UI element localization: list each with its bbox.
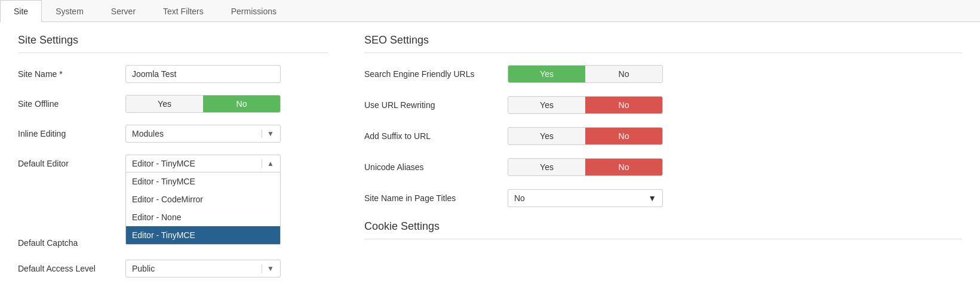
site-name-page-titles-select[interactable]: No ▼: [508, 189, 663, 207]
uur-no-btn[interactable]: No: [585, 97, 662, 113]
seo-settings-title: SEO Settings: [364, 34, 962, 53]
default-editor-value: Editor - TinyMCE: [132, 159, 195, 168]
inline-editing-control: Modules ▼: [125, 125, 328, 143]
site-name-page-titles-arrow: ▼: [648, 193, 656, 203]
default-access-level-control: Public ▼: [125, 260, 328, 278]
site-name-in-page-titles-label: Site Name in Page Titles: [364, 193, 496, 203]
seo-settings-panel: SEO Settings Search Engine Friendly URLs…: [364, 34, 962, 289]
tab-text-filters[interactable]: Text Filters: [149, 0, 217, 22]
ua-no-btn[interactable]: No: [585, 159, 662, 175]
default-editor-select-wrapper: Editor - TinyMCE ▲ Editor - TinyMCE Edit…: [125, 155, 281, 172]
site-settings-panel: Site Settings Site Name * Site Offline Y…: [18, 34, 328, 289]
site-name-page-titles-wrapper: No ▼: [508, 189, 663, 207]
site-name-label: Site Name *: [18, 69, 113, 79]
tab-site[interactable]: Site: [0, 0, 42, 22]
inline-editing-select-wrapper: Modules ▼: [125, 125, 281, 143]
unicode-aliases-control: Yes No: [508, 158, 962, 176]
default-access-level-value: Public: [132, 264, 155, 273]
add-suffix-toggle: Yes No: [508, 127, 663, 145]
default-access-level-label: Default Access Level: [18, 264, 113, 273]
unicode-aliases-label: Unicode Aliases: [364, 162, 496, 172]
default-editor-row: Default Editor Editor - TinyMCE ▲ Editor…: [18, 155, 328, 172]
default-editor-arrow: ▲: [262, 159, 274, 168]
search-engine-friendly-toggle: Yes No: [508, 65, 663, 83]
ast-yes-btn[interactable]: Yes: [508, 128, 585, 144]
sef-no-btn[interactable]: No: [585, 66, 662, 82]
uur-yes-btn[interactable]: Yes: [508, 97, 585, 113]
default-access-level-select[interactable]: Public ▼: [125, 260, 281, 278]
inline-editing-select[interactable]: Modules ▼: [125, 125, 281, 143]
site-settings-title: Site Settings: [18, 34, 328, 53]
ast-no-btn[interactable]: No: [585, 128, 662, 144]
default-editor-select[interactable]: Editor - TinyMCE ▲: [125, 155, 281, 172]
tab-bar: Site System Server Text Filters Permissi…: [0, 0, 980, 22]
main-content: Site Settings Site Name * Site Offline Y…: [0, 22, 980, 299]
inline-editing-value: Modules: [132, 129, 164, 138]
site-name-input[interactable]: [125, 65, 281, 83]
site-offline-control: Yes No: [125, 95, 328, 113]
tab-server[interactable]: Server: [97, 0, 149, 22]
use-url-rewriting-toggle: Yes No: [508, 96, 663, 114]
default-editor-control: Editor - TinyMCE ▲ Editor - TinyMCE Edit…: [125, 155, 328, 172]
site-name-row: Site Name *: [18, 65, 328, 83]
editor-none-option[interactable]: Editor - None: [126, 208, 280, 226]
inline-editing-arrow: ▼: [262, 130, 274, 138]
default-access-level-arrow: ▼: [262, 264, 274, 273]
unicode-aliases-toggle: Yes No: [508, 158, 663, 176]
inline-editing-label: Inline Editing: [18, 129, 113, 138]
cookie-settings-title: Cookie Settings: [364, 220, 962, 239]
search-engine-friendly-label: Search Engine Friendly URLs: [364, 69, 496, 79]
site-offline-yes-btn[interactable]: Yes: [126, 95, 203, 112]
search-engine-friendly-row: Search Engine Friendly URLs Yes No: [364, 65, 962, 83]
add-suffix-to-url-control: Yes No: [508, 127, 962, 145]
default-editor-label: Default Editor: [18, 159, 113, 168]
default-captcha-label: Default Captcha: [18, 238, 113, 248]
sef-yes-btn[interactable]: Yes: [508, 66, 585, 82]
search-engine-friendly-control: Yes No: [508, 65, 962, 83]
editor-tinymce-option[interactable]: Editor - TinyMCE: [126, 172, 280, 190]
default-editor-dropdown-list: Editor - TinyMCE Editor - CodeMirror Edi…: [125, 172, 281, 245]
add-suffix-to-url-row: Add Suffix to URL Yes No: [364, 127, 962, 145]
site-name-in-page-titles-control: No ▼: [508, 189, 962, 207]
editor-codemirror-option[interactable]: Editor - CodeMirror: [126, 190, 280, 208]
tab-system[interactable]: System: [42, 0, 97, 22]
ua-yes-btn[interactable]: Yes: [508, 159, 585, 175]
default-access-level-row: Default Access Level Public ▼: [18, 260, 328, 278]
site-offline-toggle: Yes No: [125, 95, 281, 113]
editor-tinymce-selected-option[interactable]: Editor - TinyMCE: [126, 226, 280, 244]
unicode-aliases-row: Unicode Aliases Yes No: [364, 158, 962, 176]
use-url-rewriting-label: Use URL Rewriting: [364, 100, 496, 110]
site-name-in-page-titles-row: Site Name in Page Titles No ▼: [364, 189, 962, 207]
inline-editing-row: Inline Editing Modules ▼: [18, 125, 328, 143]
use-url-rewriting-row: Use URL Rewriting Yes No: [364, 96, 962, 114]
site-name-page-titles-value: No: [514, 193, 525, 203]
tab-permissions[interactable]: Permissions: [217, 0, 290, 22]
default-access-level-select-wrapper: Public ▼: [125, 260, 281, 278]
site-name-control: [125, 65, 328, 83]
site-offline-no-btn[interactable]: No: [203, 95, 280, 112]
site-offline-row: Site Offline Yes No: [18, 95, 328, 113]
add-suffix-to-url-label: Add Suffix to URL: [364, 131, 496, 141]
use-url-rewriting-control: Yes No: [508, 96, 962, 114]
site-offline-label: Site Offline: [18, 99, 113, 109]
